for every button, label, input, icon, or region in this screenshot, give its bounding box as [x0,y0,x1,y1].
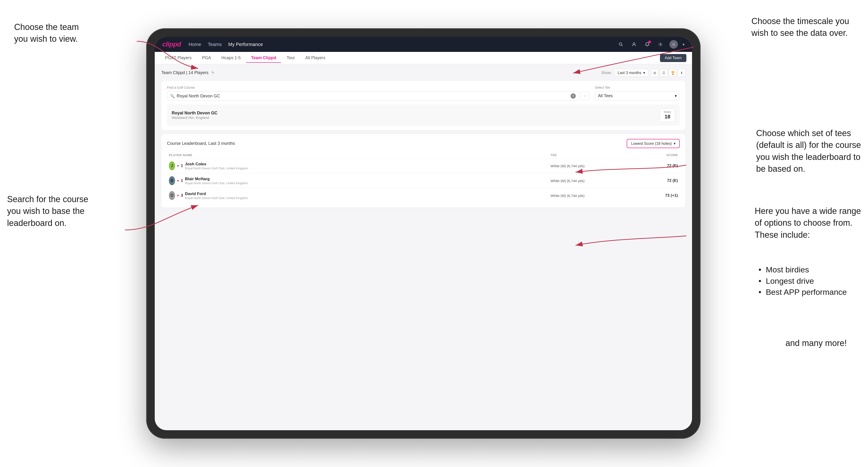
course-search-input[interactable]: 🔍 Royal North Devon GC ✕ [167,91,579,101]
search-small-icon: 🔍 [170,94,175,98]
navbar: clippd Home Teams My Performance [155,37,692,52]
rank-col-3: D ♥ 3 [169,191,183,200]
player-avatar-1: J [169,161,175,170]
course-result: Royal North Devon GC Westward Ho!, Engla… [167,104,680,126]
brand-logo: clippd [162,40,181,48]
add-team-button[interactable]: Add Team [660,54,686,62]
tabbar: PGAT Players PGA Hcaps 1-5 Team Clippd T… [155,52,692,64]
tab-pga[interactable]: PGA [197,54,216,63]
score-col-1: 72 (E) [631,163,678,168]
search-clear-button[interactable]: ✕ [570,93,576,99]
score-header: SCORE [631,153,678,157]
tee-chevron-icon: ▾ [675,94,677,98]
nav-home[interactable]: Home [188,42,201,47]
player-club-2: Royal North Devon Golf Club, United King… [185,181,551,185]
edit-icon[interactable]: ✎ [211,70,214,75]
rank-1: 1 [181,163,183,168]
course-location: Westward Ho!, England [172,116,660,120]
avatar-chevron[interactable]: ▾ [683,42,684,47]
search-card: Find a Golf Course 🔍 Royal North Devon G… [161,81,685,130]
heart-icon-1[interactable]: ♥ [177,164,179,168]
team-header: Team Clippd | 14 Players ✎ Show: Last 3 … [161,69,685,76]
view-icons: ⊞ ☰ 🏆 ⬇ [651,69,685,76]
tab-pgat-players[interactable]: PGAT Players [160,54,196,63]
rank-2: 1 [181,178,183,183]
svg-point-2 [633,43,635,44]
rank-col-2: B ♥ 1 [169,176,183,185]
course-info: Royal North Devon GC Westward Ho!, Engla… [172,111,660,120]
score-type-dropdown[interactable]: Lowest Score (18 holes) ▾ [627,139,680,148]
find-course-label: Find a Golf Course [167,86,589,89]
leaderboard-card: Course Leaderboard, Last 3 months Lowest… [161,134,685,208]
show-label: Show: [601,71,612,75]
svg-line-1 [621,45,623,46]
leaderboard-table: PLAYER NAME TEE SCORE J ♥ 1 Josh Coles [167,152,680,203]
table-row: D ♥ 3 David Ford Royal North Devon Golf … [167,188,680,203]
heart-icon-2[interactable]: ♥ [177,179,179,183]
main-content: Team Clippd | 14 Players ✎ Show: Last 3 … [155,64,692,212]
tee-select[interactable]: All Tees ▾ [595,91,680,100]
tee-header: TEE [551,153,631,157]
annotation-bullets: • Most birdies • Longest drive • Best AP… [758,264,847,298]
player-name-col-2: Blair McHarg Royal North Devon Golf Club… [183,177,551,185]
team-title: Team Clippd | 14 Players [161,70,209,75]
search-icon[interactable] [617,40,625,49]
svg-point-4 [660,44,661,45]
leaderboard-header: Course Leaderboard, Last 3 months Lowest… [167,139,680,148]
bell-icon[interactable] [643,40,651,49]
holes-box: Holes 18 [660,108,675,122]
person-icon[interactable] [630,40,638,49]
tee-section: Select Tee All Tees ▾ [595,86,680,101]
score-col-3: 73 (+1) [631,193,678,198]
show-dropdown[interactable]: Last 3 months ▾ [615,69,648,76]
grid-view-icon[interactable]: ⊞ [651,69,658,76]
find-course-section: Find a Golf Course 🔍 Royal North Devon G… [167,86,589,101]
player-name-header: PLAYER NAME [169,153,551,157]
favorite-button[interactable]: ☆ [581,92,589,100]
annotation-mid-right: Choose which set of tees(default is all)… [756,127,861,175]
nav-my-performance[interactable]: My Performance [228,42,263,47]
svg-point-3 [647,46,648,47]
annotation-top-left: Choose the team you wish to view. [14,21,94,45]
player-avatar-3: D [169,191,175,200]
holes-value: 18 [664,114,671,120]
annotation-bottom-right: Here you have a wide rangeof options to … [755,205,861,241]
tab-all-players[interactable]: All Players [301,54,330,63]
tablet-screen: clippd Home Teams My Performance [155,37,692,430]
player-avatar-2: B [169,176,175,185]
tee-label: Select Tee [595,86,680,89]
table-header: PLAYER NAME TEE SCORE [167,152,680,158]
tab-hcaps[interactable]: Hcaps 1-5 [217,54,245,63]
course-search-text: Royal North Devon GC [177,94,569,99]
nav-teams[interactable]: Teams [208,42,222,47]
score-col-2: 72 (E) [631,178,678,183]
settings-icon[interactable] [656,40,665,49]
tab-tour[interactable]: Tour [282,54,300,63]
course-name: Royal North Devon GC [172,111,660,116]
navbar-links: Home Teams My Performance [188,42,263,47]
table-row: J ♥ 1 Josh Coles Royal North Devon Golf … [167,158,680,173]
tee-value: All Tees [598,93,673,98]
download-icon[interactable]: ⬇ [678,69,685,76]
player-club-3: Royal North Devon Golf Club, United King… [185,196,551,200]
heart-icon-3[interactable]: ♥ [177,194,179,197]
tab-team-clippd[interactable]: Team Clippd [246,54,281,63]
tee-col-2: White (M) (6,744 yds) [551,179,631,183]
rank-col-1: J ♥ 1 [169,161,183,170]
player-name-col-1: Josh Coles Royal North Devon Golf Club, … [183,162,551,170]
rank-3: 3 [181,193,183,198]
leaderboard-title: Course Leaderboard, Last 3 months [167,141,235,146]
holes-label: Holes [664,111,671,114]
table-row: B ♥ 1 Blair McHarg Royal North Devon Gol… [167,173,680,188]
player-name-1: Josh Coles [185,162,551,166]
user-avatar[interactable]: U [670,40,678,49]
player-name-3: David Ford [185,191,551,196]
trophy-icon[interactable]: 🏆 [669,69,677,76]
tee-col-3: White (M) (6,744 yds) [551,194,631,198]
annotation-bottom-left: Search for the courseyou wish to base th… [7,193,88,229]
navbar-icons: U ▾ [617,40,684,49]
list-view-icon[interactable]: ☰ [660,69,668,76]
score-dropdown-chevron: ▾ [674,141,676,146]
annotation-top-right: Choose the timescale youwish to see the … [751,15,849,39]
annotation-and-more: and many more! [785,337,847,349]
